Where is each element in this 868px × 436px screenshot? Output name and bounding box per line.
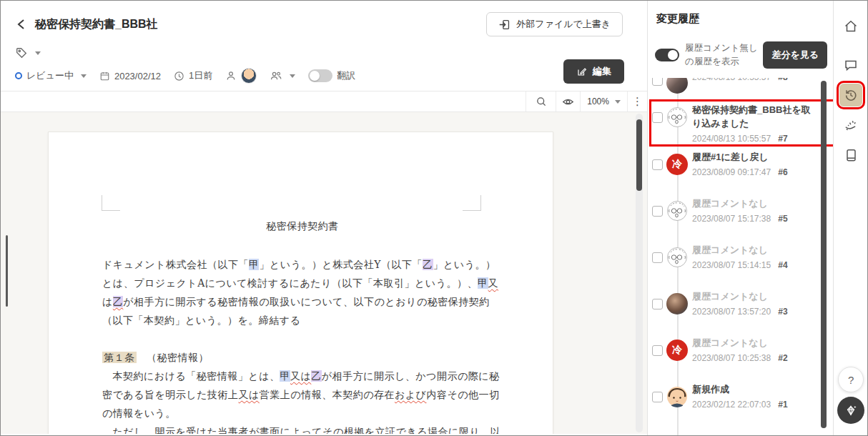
history-sidebar: 変更履歴 履歴コメント無しの履歴を表示 差分を見る 2024/08/13 10:… <box>647 1 833 435</box>
overwrite-import-icon <box>498 19 511 31</box>
search-icon <box>536 96 547 107</box>
highlighted-term: 甲 <box>280 370 290 382</box>
photo <box>666 78 688 94</box>
history-timestamp: 2024/08/13 10:55:57#8 <box>692 78 787 82</box>
history-checkbox[interactable] <box>652 78 663 86</box>
edit-button[interactable]: 編集 <box>563 59 624 84</box>
document-paragraph: ドキュメント株式会社（以下「甲」という。）と株式会社Y（以下「乙」という。）とは… <box>102 255 503 330</box>
date-value: 2023/02/12 <box>114 71 161 81</box>
document-paragraph: 本契約における「秘密情報」とは、甲又は乙が相手方に開示し、かつ開示の際に秘密であ… <box>102 367 503 422</box>
assistant-button[interactable] <box>837 397 864 424</box>
assignee-field[interactable] <box>225 68 257 84</box>
doodle-face <box>666 106 688 128</box>
overwrite-from-file-button[interactable]: 外部ファイルで上書き <box>486 12 623 36</box>
history-item[interactable]: 2024/08/13 10:55:57#8 <box>652 78 833 96</box>
history-item[interactable]: 履歴コメントなし 2023/08/07 15:17:38#5 <box>652 196 833 237</box>
toggle-label: 履歴コメント無しの履歴を表示 <box>685 41 763 69</box>
tag-caret-icon[interactable] <box>35 51 41 55</box>
history-timestamp: 2024/08/13 10:55:57#7 <box>692 134 817 144</box>
status-label: レビュー中 <box>26 69 74 82</box>
page-title: 秘密保持契約書_BBB社 <box>35 17 158 32</box>
history-checkbox[interactable] <box>652 206 663 217</box>
clock-icon <box>174 71 184 81</box>
history-checkbox[interactable] <box>652 299 663 309</box>
history-checkbox[interactable] <box>652 252 663 263</box>
members-caret-icon <box>290 74 295 78</box>
history-timestamp: 2023/08/09 09:17:47#6 <box>692 167 787 177</box>
red-rei-badge: 冷 <box>666 340 688 361</box>
gem-icon <box>844 404 857 417</box>
view-diff-button[interactable]: 差分を見る <box>763 41 827 69</box>
history-item[interactable]: 冷 履歴コメントなし 2023/08/07 10:25:38#2 <box>652 335 833 376</box>
history-item[interactable]: 新規作成 2023/02/12 22:07:03#1 <box>652 382 833 422</box>
boy-cartoon <box>666 386 688 407</box>
viewer-scrollbar-thumb[interactable] <box>636 119 642 191</box>
page-corner-mark <box>463 195 481 211</box>
help-button[interactable]: ? <box>838 367 864 392</box>
members-select[interactable] <box>270 70 295 81</box>
family-photo <box>666 293 688 314</box>
history-checkbox[interactable] <box>652 159 663 170</box>
history-checkbox[interactable] <box>652 345 663 356</box>
history-timestamp: 2023/08/07 15:17:38#5 <box>692 214 787 224</box>
document-body-text: 秘密保持契約書 ドキュメント株式会社（以下「甲」という。）と株式会社Y（以下「乙… <box>102 217 503 434</box>
zoom-caret-icon <box>615 100 621 104</box>
document-viewer: 秘密保持契約書 ドキュメント株式会社（以下「甲」という。）と株式会社Y（以下「乙… <box>1 112 647 434</box>
history-title: 履歴コメントなし <box>692 244 787 257</box>
status-dot-icon <box>15 72 22 79</box>
status-select[interactable]: レビュー中 <box>15 69 87 82</box>
book-icon[interactable] <box>839 144 862 167</box>
history-item[interactable]: 履歴コメントなし 2023/08/07 13:57:20#3 <box>652 289 833 330</box>
sparkle-hand-icon[interactable] <box>839 112 862 135</box>
translate-toggle-group: 翻訳 <box>308 69 355 82</box>
age-value: 1日前 <box>189 69 212 82</box>
back-icon[interactable] <box>16 19 29 30</box>
person-icon <box>225 70 237 81</box>
history-item-annotated[interactable]: 秘密保持契約書_BBB社を取り込みました 2024/08/13 10:55:57… <box>652 102 833 144</box>
page-corner-mark <box>102 195 120 211</box>
history-checkbox[interactable] <box>652 112 663 123</box>
history-icon[interactable] <box>839 84 862 106</box>
age-field: 1日前 <box>174 69 212 82</box>
highlighted-term: 乙 <box>311 370 322 382</box>
assignee-avatar <box>241 68 257 84</box>
history-timestamp: 2023/08/07 13:57:20#3 <box>692 307 787 317</box>
preview-toggle-button[interactable] <box>556 91 580 112</box>
zoom-select[interactable]: 100% <box>580 91 627 112</box>
history-item[interactable]: 履歴コメントなし 2023/08/07 15:14:15#4 <box>652 242 833 283</box>
history-timestamp: 2023/08/07 15:14:15#4 <box>692 260 787 270</box>
more-menu-button[interactable]: ⋮ <box>627 91 647 112</box>
sidebar-title: 変更履歴 <box>648 1 833 26</box>
left-scrollbar-thumb[interactable] <box>6 235 8 307</box>
translate-toggle[interactable] <box>308 69 332 82</box>
history-title: 秘密保持契約書_BBB社を取り込みました <box>692 104 817 131</box>
highlighted-term: 乙 <box>113 296 124 307</box>
calendar-icon <box>99 71 110 81</box>
kebab-icon: ⋮ <box>632 95 643 108</box>
date-field[interactable]: 2023/02/12 <box>99 71 161 81</box>
history-title: 履歴コメントなし <box>692 197 787 211</box>
tag-icon[interactable] <box>15 46 28 59</box>
history-timestamp: 2023/08/07 10:25:38#2 <box>692 353 787 363</box>
doodle-face <box>666 247 688 268</box>
translate-label: 翻訳 <box>337 69 355 82</box>
viewer-toolbar: 100% ⋮ <box>1 91 647 112</box>
wavy-underlined-term: 又は <box>238 389 259 400</box>
history-checkbox[interactable] <box>652 392 663 402</box>
people-icon <box>270 70 282 81</box>
search-button[interactable] <box>526 91 556 112</box>
highlighted-term: 第１条 <box>102 352 137 363</box>
status-caret-icon <box>81 74 87 78</box>
comment-icon[interactable] <box>839 54 862 76</box>
home-icon[interactable] <box>839 15 862 38</box>
history-list: 2024/08/13 10:55:57#8 秘密保持契約書_BBB社を取り込みま… <box>648 78 833 435</box>
eye-icon <box>562 96 574 108</box>
show-uncommented-history-toggle[interactable] <box>655 49 679 61</box>
history-title: 履歴コメントなし <box>692 337 787 350</box>
document-paragraph: 第１条 （秘密情報） <box>102 348 503 367</box>
main-panel: 秘密保持契約書_BBB社 外部ファイルで上書き レビュー中 <box>1 1 647 435</box>
app-window: 秘密保持契約書_BBB社 外部ファイルで上書き レビュー中 <box>0 0 868 436</box>
history-scrollbar-thumb[interactable] <box>821 81 827 428</box>
wavy-underlined-term: 又は <box>290 370 311 382</box>
history-item[interactable]: 冷 履歴#1に差し戻し 2023/08/09 09:17:47#6 <box>652 149 833 190</box>
